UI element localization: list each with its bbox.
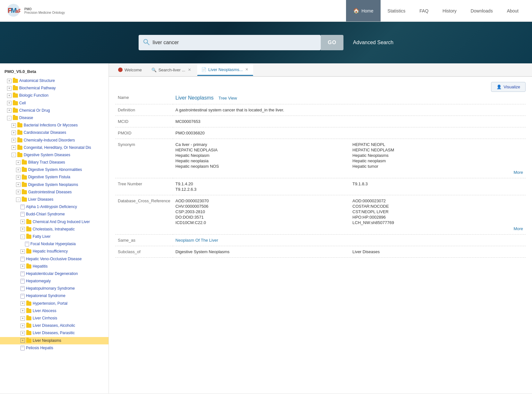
sidebar-item-liver-diseases-alcoholic[interactable]: + Liver Diseases, Alcoholic <box>0 322 109 329</box>
sidebar-item-hepatopulmonary[interactable]: Hepatopulmonary Syndrome <box>0 285 109 292</box>
expander-icon: - <box>20 235 25 239</box>
treenumber-grid: T9.1.4.20 T9.1.8.3 T9.12.2.6.3 <box>175 181 523 192</box>
sidebar-item-peliosis-hepatis[interactable]: Peliosis Hepatis <box>0 344 109 352</box>
synonym-col2-1: HEPATIC NEOPLASM <box>352 148 523 152</box>
dbref-col2-0: AOD:0000023072 <box>352 198 523 203</box>
sidebar-item-biochemical-pathway[interactable]: + Biochemical Pathway <box>0 84 109 92</box>
tab-liver-neoplasms[interactable]: 📄 Liver Neoplasms... ✕ <box>197 64 254 76</box>
expander-icon: + <box>20 316 25 321</box>
folder-icon <box>26 227 31 231</box>
tree-item-label: Cell <box>19 100 26 106</box>
page-icon <box>20 271 25 276</box>
page-icon <box>20 294 25 299</box>
tree-item-label: Digestive System Fistula <box>28 174 70 180</box>
folder-icon <box>13 116 18 120</box>
sidebar-item-cholestasis[interactable]: + Cholestasis, Intrahepatic <box>0 226 109 233</box>
nav-history[interactable]: History <box>436 0 464 21</box>
folder-icon <box>22 183 27 187</box>
dbref-col1-4: ICD10CM:C22.0 <box>175 220 346 225</box>
search-input[interactable] <box>153 40 316 45</box>
sidebar-item-disease[interactable]: - Disease <box>0 114 109 122</box>
sidebar-item-digestive-system-diseases[interactable]: - Digestive System Diseases <box>0 151 109 159</box>
nav-statistics[interactable]: Statistics <box>381 0 413 21</box>
sidebar-item-digestive-fistula[interactable]: + Digestive System Fistula <box>0 173 109 181</box>
same-as-label: Same_as <box>115 235 173 246</box>
go-button[interactable]: GO <box>321 35 343 50</box>
sidebar-item-chemically-induced[interactable]: + Chemically-Induced Disorders <box>0 137 109 144</box>
sidebar-item-bacterial-infections[interactable]: + Bacterial Infections Or Mycoses <box>0 122 109 129</box>
sidebar-item-focal-nodular[interactable]: Focal Nodular Hyperplasia <box>0 240 109 248</box>
sidebar-item-liver-abscess[interactable]: + Liver Abscess <box>0 307 109 315</box>
sidebar-item-hepatolenticular[interactable]: Hepatolenticular Degeneration <box>0 270 109 277</box>
sidebar-item-liver-diseases-parasitic[interactable]: + Liver Diseases, Parasitic <box>0 329 109 337</box>
nav-downloads[interactable]: Downloads <box>463 0 500 21</box>
sidebar-item-alpha1-antitrypsin[interactable]: Alpha 1-Antitrypsin Deficiency <box>0 203 109 211</box>
svg-point-4 <box>144 39 148 43</box>
tree-number-row: Tree Number T9.1.4.20 T9.1.8.3 T9.12.2.6… <box>115 178 526 195</box>
sidebar-item-biologic-function[interactable]: + Biologic Function <box>0 92 109 99</box>
nav-faq[interactable]: FAQ <box>413 0 436 21</box>
synonym-row: Synonym Ca liver - primary HEPATIC NEOPL… <box>115 139 526 178</box>
tree-item-label: Hepatic Insufficiency <box>33 248 68 254</box>
expander-icon: + <box>12 131 16 135</box>
sidebar-item-budd-chiari[interactable]: Budd-Chiari Syndrome <box>0 211 109 218</box>
subclass-grid: Digestive System Neoplasms Liver Disease… <box>175 249 523 254</box>
tree-num-2: T9.12.2.6.3 <box>175 187 346 192</box>
hero-section: GO Advanced Search <box>0 22 532 63</box>
page-icon <box>20 205 25 209</box>
expander-icon: + <box>7 79 12 83</box>
nav-home[interactable]: 🏠 Home <box>346 0 380 21</box>
svg-line-5 <box>147 43 149 45</box>
synonym-more-link[interactable]: More <box>175 170 523 175</box>
sidebar-item-biliary-tract[interactable]: + Biliary Tract Diseases <box>0 159 109 166</box>
tree-num-3 <box>352 187 523 192</box>
sidebar-item-fatty-liver[interactable]: - Fatty Liver <box>0 233 109 240</box>
tab-liver-neoplasms-close[interactable]: ✕ <box>245 67 249 72</box>
sidebar-item-hepatorenal[interactable]: Hepatorenal Syndrome <box>0 292 109 300</box>
tree-view-link[interactable]: Tree View <box>219 96 237 101</box>
sidebar-item-anatomical-structure[interactable]: + Anatomical Structure <box>0 77 109 84</box>
search-container: GO <box>139 35 343 50</box>
folder-icon <box>26 331 31 335</box>
page-icon <box>20 346 25 350</box>
expander-icon: + <box>7 108 12 113</box>
nav-about[interactable]: About <box>500 0 526 21</box>
tree-item-label: Hepatomegaly <box>26 278 51 284</box>
synonym-col1-2: Hepatic Neoplasm <box>175 153 346 158</box>
tree-item-label: Peliosis Hepatis <box>26 345 53 351</box>
sidebar-item-cell[interactable]: + Cell <box>0 100 109 107</box>
sidebar-item-digestive-abnormalities[interactable]: + Digestive System Abnormalities <box>0 166 109 173</box>
sidebar-item-hepatitis[interactable]: + Hepatitis <box>0 263 109 270</box>
sidebar-item-liver-neoplasms[interactable]: + Liver Neoplasms <box>0 337 109 344</box>
folder-icon <box>17 131 22 135</box>
name-label: Name <box>115 92 173 104</box>
sidebar-item-digestive-neoplasms[interactable]: + Digestive System Neoplasms <box>0 181 109 189</box>
dbref-col2-2: CST:NEOPL LIVER <box>352 209 523 214</box>
sidebar-item-hepatic-veno[interactable]: Hepatic Veno-Occlusive Disease <box>0 255 109 263</box>
sidebar-item-hepatomegaly[interactable]: Hepatomegaly <box>0 277 109 285</box>
tab-search-close[interactable]: ✕ <box>187 68 192 72</box>
tab-welcome[interactable]: Welcome <box>114 64 146 76</box>
tree-item-label: Cardiovascular Diseases <box>24 130 66 136</box>
sidebar-item-liver-cirrhosis[interactable]: + Liver Cirrhosis <box>0 315 109 322</box>
tree-item-label: Biliary Tract Diseases <box>28 159 65 165</box>
advanced-search-link[interactable]: Advanced Search <box>353 40 393 45</box>
folder-icon <box>17 123 22 127</box>
sidebar-item-chemical-drug-liver[interactable]: + Chemical And Drug Induced Liver <box>0 218 109 226</box>
sidebar-item-liver-diseases[interactable]: - Liver Diseases <box>0 196 109 203</box>
name-link[interactable]: Liver Neoplasms <box>175 95 214 101</box>
dbref-more-link[interactable]: More <box>175 226 523 231</box>
sidebar-item-gastrointestinal-diseases[interactable]: + Gastrointestinal Diseases <box>0 189 109 196</box>
sidebar-item-hypertension-portal[interactable]: + Hypertension, Portal <box>0 300 109 307</box>
folder-icon <box>22 168 27 172</box>
visualize-button[interactable]: 👤 Visualize <box>491 82 526 92</box>
same-as-link[interactable]: Neoplasm Of The Liver <box>175 238 218 243</box>
expander-icon: + <box>16 168 20 172</box>
synonym-col1-4: Hepatic neoplasm NOS <box>175 164 346 169</box>
sidebar-item-cardiovascular[interactable]: + Cardiovascular Diseases <box>0 129 109 136</box>
tab-search-liver[interactable]: 🔍 Search-liver ... ✕ <box>147 64 196 76</box>
sidebar-item-congenital[interactable]: + Congenital, Hereditary, Or Neonatal Di… <box>0 144 109 151</box>
pmoid-row: PMOID PMO:00036820 <box>115 127 526 139</box>
sidebar-item-chemical-or-drug[interactable]: + Chemical Or Drug <box>0 107 109 114</box>
sidebar-item-hepatic-insufficiency[interactable]: + Hepatic Insufficiency <box>0 248 109 255</box>
